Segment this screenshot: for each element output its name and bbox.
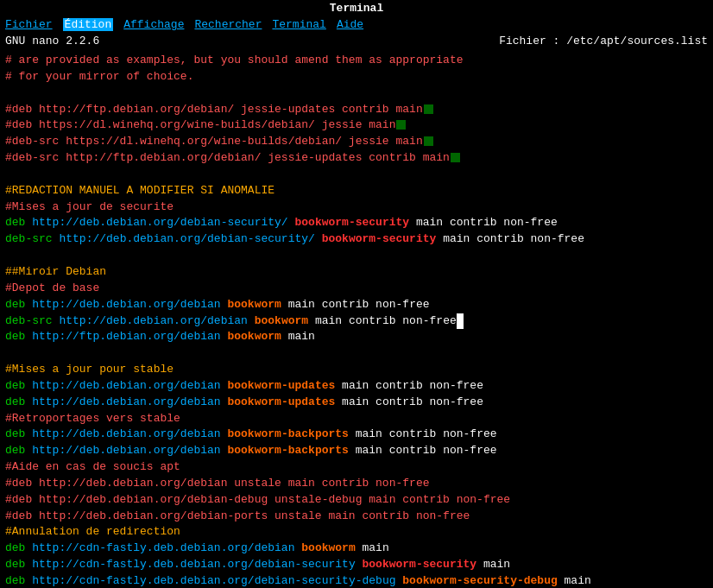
menu-bar: Fichier Édition Affichage Rechercher Ter… (0, 16, 713, 33)
menu-rechercher[interactable]: Rechercher (194, 18, 262, 31)
title-bar: Terminal (0, 0, 713, 16)
nano-version: GNU nano 2.2.6 (5, 35, 99, 47)
editor-content[interactable]: # are provided as examples, but you shou… (0, 49, 713, 588)
menu-terminal[interactable]: Terminal (272, 18, 325, 31)
menu-fichier[interactable]: Fichier (5, 18, 53, 31)
nano-filename: Fichier : /etc/apt/sources.list (499, 35, 708, 47)
menu-aide[interactable]: Aide (337, 18, 363, 31)
menu-affichage[interactable]: Affichage (123, 18, 184, 31)
menu-edition[interactable]: Édition (63, 18, 114, 31)
window-title: Terminal (330, 2, 383, 15)
nano-status-bar: GNU nano 2.2.6 Fichier : /etc/apt/source… (0, 33, 713, 49)
